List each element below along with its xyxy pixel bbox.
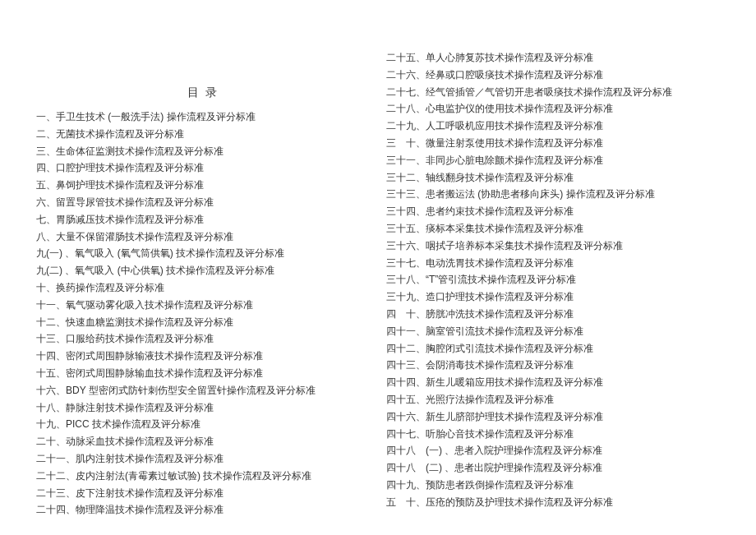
toc-item: 七、胃肠减压技术操作流程及评分标准 (36, 211, 370, 228)
toc-item: 十六、BDY 型密闭式防针刺伤型安全留置针操作流程及评分标准 (36, 382, 370, 399)
toc-item: 二十一、肌内注射技术操作流程及评分标准 (36, 450, 370, 468)
toc-item: 三十五、痰标本采集技术操作流程及评分标准 (386, 220, 720, 238)
toc-item: 三十七、电动洗胃技术操作流程及评分标准 (386, 255, 720, 272)
left-column: 目 录 一、手卫生技术 (一般洗手法) 操作流程及评分标准二、无菌技术操作流程及… (36, 49, 370, 502)
toc-item: 四十三、会阴消毒技术操作流程及评分标准 (386, 357, 720, 374)
toc-item: 二十、动脉采血技术操作流程及评分标准 (36, 433, 370, 450)
toc-item: 十一、氧气驱动雾化吸入技术操作流程及评分标准 (36, 297, 370, 314)
toc-item: 三十一、非同步心脏电除颤术操作流程及评分标准 (386, 152, 720, 169)
toc-item: 三、生命体征监测技术操作流程及评分标准 (36, 143, 370, 160)
toc-item: 四十四、新生儿暖箱应用技术操作流程及评分标准 (386, 374, 720, 391)
toc-item: 四、口腔护理技术操作流程及评分标准 (36, 159, 370, 177)
toc-item: 二十七、经气管插管／气管切开患者吸痰技术操作流程及评分标准 (386, 84, 720, 101)
toc-item: 八、大量不保留灌肠技术操作流程及评分标准 (36, 228, 370, 246)
toc-item: 五、鼻饲护理技术操作流程及评分标准 (36, 177, 370, 194)
toc-item: 十四、密闭式周围静脉输液技术操作流程及评分标准 (36, 348, 370, 365)
right-column: 二十五、单人心肺复苏技术操作流程及评分标准二十六、经鼻或口腔吸痰技术操作流程及评… (386, 49, 720, 502)
toc-item: 四十一、脑室管引流技术操作流程及评分标准 (386, 323, 720, 340)
left-list: 一、手卫生技术 (一般洗手法) 操作流程及评分标准二、无菌技术操作流程及评分标准… (36, 108, 370, 519)
toc-item: 四十八 (二) 、患者出院护理操作流程及评分标准 (386, 459, 720, 477)
toc-title: 目 录 (36, 85, 370, 100)
toc-item: 九(二) 、氧气吸入 (中心供氧) 技术操作流程及评分标准 (36, 262, 370, 279)
toc-item: 四十八 (一) 、患者入院护理操作流程及评分标准 (386, 442, 720, 459)
toc-item: 二十四、物理降温技术操作流程及评分标准 (36, 501, 370, 519)
toc-item: 十八、静脉注射技术操作流程及评分标准 (36, 399, 370, 417)
toc-item: 十三、口服给药技术操作流程及评分标准 (36, 330, 370, 348)
toc-item: 十五、密闭式周围静脉输血技术操作流程及评分标准 (36, 365, 370, 382)
toc-item: 四 十、膀胱冲洗技术操作流程及评分标准 (386, 306, 720, 323)
toc-item: 二十八、心电监护仪的使用技术操作流程及评分标准 (386, 100, 720, 118)
toc-item: 二十六、经鼻或口腔吸痰技术操作流程及评分标准 (386, 67, 720, 84)
toc-item: 六、留置导尿管技术操作流程及评分标准 (36, 194, 370, 211)
toc-item: 三十八、“T”管引流技术操作流程及评分标准 (386, 271, 720, 288)
toc-item: 十九、PICC 技术操作流程及评分标准 (36, 416, 370, 433)
toc-item: 三十六、咽拭子培养标本采集技术操作流程及评分标准 (386, 238, 720, 255)
toc-item: 四十六、新生儿脐部护理技术操作流程及评分标准 (386, 408, 720, 426)
right-list: 二十五、单人心肺复苏技术操作流程及评分标准二十六、经鼻或口腔吸痰技术操作流程及评… (386, 49, 720, 511)
toc-item: 十、换药操作流程及评分标准 (36, 279, 370, 297)
toc-item: 四十二、胸腔闭式引流技术操作流程及评分标准 (386, 340, 720, 357)
toc-item: 一、手卫生技术 (一般洗手法) 操作流程及评分标准 (36, 108, 370, 126)
toc-item: 二十二、皮内注射法(青霉素过敏试验) 技术操作流程及评分标准 (36, 468, 370, 485)
toc-item: 十二、快速血糖监测技术操作流程及评分标准 (36, 314, 370, 331)
toc-item: 二十五、单人心肺复苏技术操作流程及评分标准 (386, 49, 720, 67)
toc-item: 二、无菌技术操作流程及评分标准 (36, 126, 370, 143)
toc-item: 九(一) 、氧气吸入 (氧气筒供氧) 技术操作流程及评分标准 (36, 245, 370, 262)
toc-item: 三 十、微量注射泵使用技术操作流程及评分标准 (386, 135, 720, 152)
toc-item: 四十九、预防患者跌倒操作流程及评分标准 (386, 477, 720, 494)
toc-item: 二十九、人工呼吸机应用技术操作流程及评分标准 (386, 118, 720, 135)
toc-item: 四十五、光照疗法操作流程及评分标准 (386, 391, 720, 408)
toc-item: 三十四、患者约束技术操作流程及评分标准 (386, 203, 720, 220)
toc-item: 三十三、患者搬运法 (协助患者移向床头) 操作流程及评分标准 (386, 186, 720, 203)
toc-item: 五 十、压疮的预防及护理技术操作流程及评分标准 (386, 494, 720, 511)
toc-item: 二十三、皮下注射技术操作流程及评分标准 (36, 485, 370, 502)
toc-item: 三十二、轴线翻身技术操作流程及评分标准 (386, 169, 720, 187)
toc-item: 三十九、造口护理技术操作流程及评分标准 (386, 288, 720, 306)
toc-item: 四十七、听胎心音技术操作流程及评分标准 (386, 426, 720, 443)
